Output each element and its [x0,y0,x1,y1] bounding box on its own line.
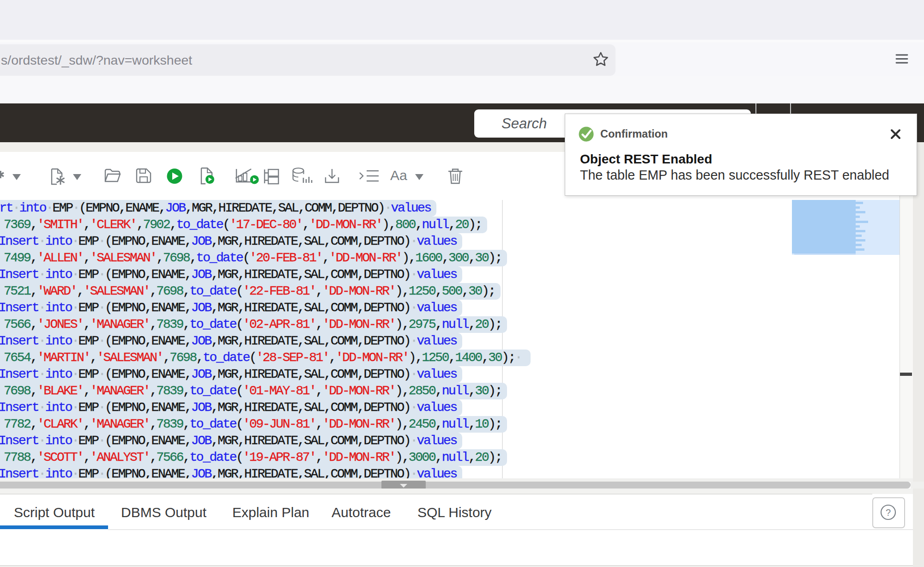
svg-text:?: ? [886,507,891,518]
svg-text:Aa: Aa [390,168,407,183]
